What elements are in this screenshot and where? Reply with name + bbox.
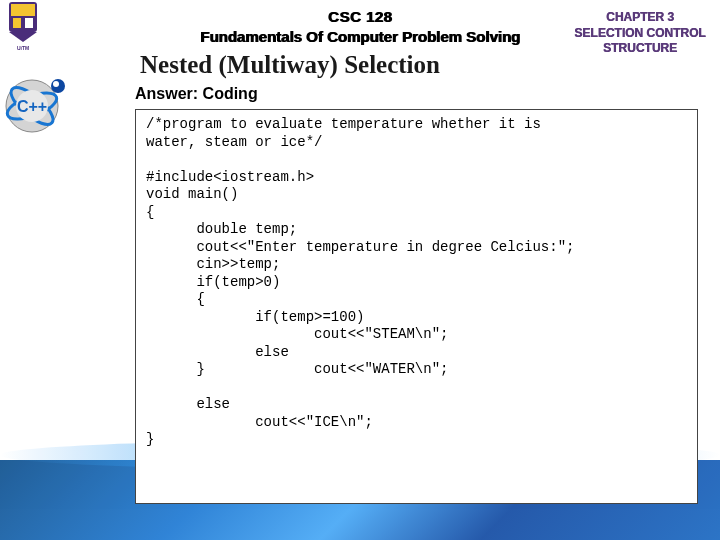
chapter-line: SELECTION CONTROL bbox=[566, 26, 714, 42]
svg-rect-2 bbox=[13, 18, 21, 28]
chapter-line: STRUCTURE bbox=[566, 41, 714, 57]
answer-label: Answer: Coding bbox=[135, 85, 720, 103]
slide-header: UiTM CSC 128 Fundamentals Of Computer Pr… bbox=[0, 0, 720, 79]
svg-rect-3 bbox=[25, 18, 33, 28]
svg-text:C++: C++ bbox=[17, 98, 47, 115]
chapter-label: CHAPTER 3 SELECTION CONTROL STRUCTURE bbox=[566, 10, 714, 57]
cpp-logo-icon: C++ bbox=[4, 68, 74, 138]
svg-text:UiTM: UiTM bbox=[17, 45, 29, 51]
svg-rect-1 bbox=[11, 4, 35, 16]
code-block: /*program to evaluate temperature whethe… bbox=[135, 109, 698, 504]
chapter-line: CHAPTER 3 bbox=[566, 10, 714, 26]
svg-point-11 bbox=[53, 81, 59, 87]
university-crest-icon: UiTM bbox=[3, 0, 43, 60]
